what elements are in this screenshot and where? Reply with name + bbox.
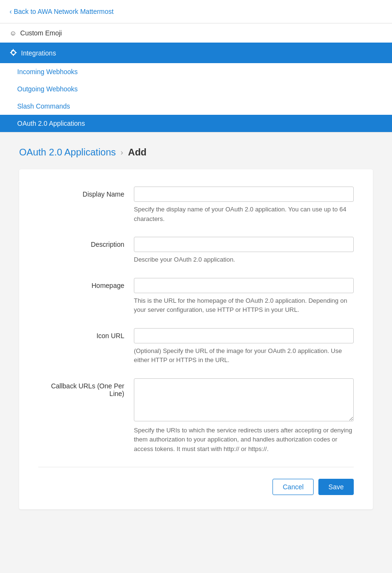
description-row: Description Describe your OAuth 2.0 appl…: [38, 237, 354, 264]
back-chevron-icon: ‹: [10, 8, 12, 15]
homepage-row: Homepage This is the URL for the homepag…: [38, 278, 354, 315]
icon-url-row: Icon URL (Optional) Specify the URL of t…: [38, 328, 354, 365]
callback-urls-row: Callback URLs (One Per Line) Specify the…: [38, 378, 354, 454]
homepage-field-wrap: This is the URL for the homepage of the …: [134, 278, 354, 315]
icon-url-input[interactable]: [134, 328, 354, 343]
display-name-field-wrap: Specify the display name of your OAuth 2…: [134, 187, 354, 223]
sidebar-item-integrations[interactable]: Integrations: [0, 43, 392, 63]
sidebar-sub-item-outgoing-webhooks[interactable]: Outgoing Webhooks: [0, 80, 392, 98]
sidebar-sub-item-slash-commands[interactable]: Slash Commands: [0, 98, 392, 115]
form-divider: [38, 467, 354, 467]
save-button[interactable]: Save: [318, 479, 354, 495]
main-content: OAuth 2.0 Applications › Add Display Nam…: [0, 132, 392, 524]
oauth-add-form: Display Name Specify the display name of…: [19, 169, 373, 509]
display-name-row: Display Name Specify the display name of…: [38, 187, 354, 223]
sidebar-sub-item-oauth-applications[interactable]: OAuth 2.0 Applications: [0, 115, 392, 132]
sidebar-item-integrations-label: Integrations: [21, 49, 56, 57]
integrations-icon: [10, 48, 17, 57]
incoming-webhooks-label: Incoming Webhooks: [17, 68, 78, 76]
sidebar-item-custom-emoji[interactable]: ☺ Custom Emoji: [0, 23, 392, 43]
oauth-applications-label: OAuth 2.0 Applications: [17, 120, 85, 127]
callback-urls-field-wrap: Specify the URIs to which the service re…: [134, 378, 354, 454]
callback-urls-help: Specify the URIs to which the service re…: [134, 426, 354, 454]
breadcrumb-separator-icon: ›: [120, 148, 123, 157]
display-name-input[interactable]: [134, 187, 354, 202]
sidebar-item-custom-emoji-label: Custom Emoji: [20, 29, 62, 37]
slash-commands-label: Slash Commands: [17, 102, 70, 110]
display-name-label: Display Name: [38, 187, 134, 198]
homepage-input[interactable]: [134, 278, 354, 293]
custom-emoji-icon: ☺: [10, 29, 16, 37]
back-link-label: Back to AWA Network Mattermost: [14, 8, 114, 15]
top-nav: ‹ Back to AWA Network Mattermost: [0, 0, 392, 23]
description-input[interactable]: [134, 237, 354, 252]
callback-urls-textarea[interactable]: [134, 378, 354, 421]
display-name-help: Specify the display name of your OAuth 2…: [134, 205, 354, 223]
icon-url-label: Icon URL: [38, 328, 134, 340]
description-help: Describe your OAuth 2.0 application.: [134, 255, 354, 264]
back-link[interactable]: ‹ Back to AWA Network Mattermost: [10, 8, 114, 15]
breadcrumb-parent[interactable]: OAuth 2.0 Applications: [19, 147, 116, 158]
homepage-help: This is the URL for the homepage of the …: [134, 296, 354, 315]
outgoing-webhooks-label: Outgoing Webhooks: [17, 85, 78, 93]
button-row: Cancel Save: [38, 479, 354, 495]
icon-url-field-wrap: (Optional) Specify the URL of the image …: [134, 328, 354, 365]
sidebar: ☺ Custom Emoji Integrations Incoming Web…: [0, 23, 392, 132]
homepage-label: Homepage: [38, 278, 134, 289]
icon-url-help: (Optional) Specify the URL of the image …: [134, 346, 354, 365]
breadcrumb: OAuth 2.0 Applications › Add: [19, 147, 373, 158]
callback-urls-label: Callback URLs (One Per Line): [38, 378, 134, 397]
description-label: Description: [38, 237, 134, 248]
cancel-button[interactable]: Cancel: [272, 479, 314, 495]
breadcrumb-current: Add: [128, 147, 147, 158]
sidebar-sub-item-incoming-webhooks[interactable]: Incoming Webhooks: [0, 63, 392, 80]
description-field-wrap: Describe your OAuth 2.0 application.: [134, 237, 354, 264]
